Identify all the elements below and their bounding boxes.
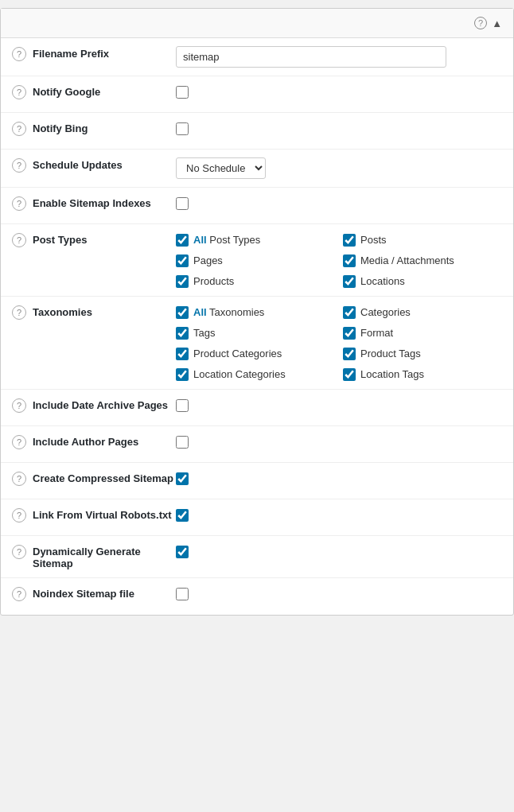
label-post-types: Post Types: [33, 232, 176, 246]
label-taxonomies-1[interactable]: Categories: [360, 306, 411, 318]
checkbox-taxonomies-3[interactable]: [343, 327, 356, 340]
row-filename-prefix: ?Filename Prefix: [1, 38, 513, 76]
checkbox-noindex-sitemap-file[interactable]: [176, 588, 189, 600]
checkbox-link-from-virtual-robots[interactable]: [176, 509, 189, 522]
label-post-types-0[interactable]: All Post Types: [193, 234, 260, 246]
question-circle-icon[interactable]: ?: [12, 508, 26, 523]
row-notify-bing: ?Notify Bing: [1, 113, 513, 150]
label-taxonomies-3[interactable]: Format: [360, 327, 393, 339]
grid-post-types: All Post TypesPostsPagesMedia / Attachme…: [176, 232, 502, 288]
checkbox-post-types-1[interactable]: [343, 234, 356, 247]
checkbox-item: Location Categories: [176, 367, 335, 381]
checkbox-taxonomies-1[interactable]: [343, 306, 356, 319]
row-help-icon: ?: [12, 471, 33, 486]
label-taxonomies-5[interactable]: Product Tags: [360, 348, 421, 359]
input-filename-prefix[interactable]: [176, 46, 446, 68]
question-circle-icon[interactable]: ?: [12, 233, 26, 247]
label-notify-google: Notify Google: [33, 84, 176, 98]
question-circle-icon[interactable]: ?: [12, 545, 26, 559]
checkbox-taxonomies-6[interactable]: [176, 368, 189, 381]
row-help-icon: ?: [12, 46, 33, 61]
label-link-from-virtual-robots: Link From Virtual Robots.txt: [33, 507, 176, 521]
question-circle-icon[interactable]: ?: [12, 158, 26, 173]
checkbox-post-types-2[interactable]: [176, 254, 189, 267]
question-circle-icon[interactable]: ?: [12, 587, 26, 601]
row-noindex-sitemap-file: ?Noindex Sitemap file: [1, 578, 513, 615]
checkbox-item: Format: [343, 325, 502, 340]
row-link-from-virtual-robots: ?Link From Virtual Robots.txt: [1, 499, 513, 536]
checkbox-dynamically-generate-sitemap[interactable]: [176, 546, 189, 558]
checkbox-item: Posts: [343, 232, 502, 247]
question-circle-icon[interactable]: ?: [12, 398, 26, 413]
label-taxonomies-7[interactable]: Location Tags: [360, 368, 424, 380]
checkbox-notify-google[interactable]: [176, 86, 189, 99]
checkbox-post-types-3[interactable]: [343, 254, 356, 267]
checkbox-item: All Post Types: [176, 232, 335, 247]
question-circle-icon[interactable]: ?: [12, 305, 26, 320]
panel-header: ? ▲: [1, 9, 513, 38]
row-taxonomies: ?TaxonomiesAll TaxonomiesCategoriesTagsF…: [1, 297, 513, 390]
checkbox-post-types-5[interactable]: [343, 275, 356, 288]
checkbox-item: Tags: [176, 325, 335, 340]
content-include-author-pages: [176, 434, 502, 451]
content-taxonomies: All TaxonomiesCategoriesTagsFormatProduc…: [176, 305, 502, 381]
checkbox-item: Categories: [343, 305, 502, 319]
row-include-date-archive-pages: ?Include Date Archive Pages: [1, 390, 513, 426]
checkbox-item: Product Categories: [176, 346, 335, 360]
label-create-compressed-sitemap: Create Compressed Sitemap: [33, 471, 176, 484]
label-post-types-4[interactable]: Products: [193, 275, 234, 287]
checkbox-taxonomies-7[interactable]: [343, 368, 356, 381]
checkbox-post-types-0[interactable]: [176, 234, 189, 247]
label-filename-prefix: Filename Prefix: [33, 46, 176, 60]
label-taxonomies-6[interactable]: Location Categories: [193, 368, 286, 380]
question-circle-icon[interactable]: ?: [12, 85, 26, 99]
checkbox-taxonomies-4[interactable]: [176, 348, 189, 360]
checkbox-enable-sitemap-indexes[interactable]: [176, 197, 189, 210]
checkbox-taxonomies-5[interactable]: [343, 348, 356, 360]
checkbox-create-compressed-sitemap[interactable]: [176, 472, 189, 485]
row-help-icon: ?: [12, 196, 33, 211]
select-schedule-updates[interactable]: No ScheduleDailyWeeklyMonthly: [176, 157, 266, 179]
label-noindex-sitemap-file: Noindex Sitemap file: [33, 586, 176, 600]
label-post-types-5[interactable]: Locations: [360, 275, 405, 287]
row-help-icon: ?: [12, 305, 33, 320]
label-post-types-3[interactable]: Media / Attachments: [360, 254, 454, 266]
label-post-types-2[interactable]: Pages: [193, 254, 223, 266]
checkbox-taxonomies-2[interactable]: [176, 327, 189, 340]
content-dynamically-generate-sitemap: [176, 544, 502, 561]
row-help-icon: ?: [12, 121, 33, 136]
checkbox-item: Product Tags: [343, 346, 502, 360]
label-notify-bing: Notify Bing: [33, 121, 176, 134]
question-circle-icon[interactable]: ?: [12, 472, 26, 486]
label-include-date-archive-pages: Include Date Archive Pages: [33, 398, 176, 411]
checkbox-notify-bing[interactable]: [176, 122, 189, 135]
label-taxonomies-0[interactable]: All Taxonomies: [193, 306, 264, 318]
content-link-from-virtual-robots: [176, 507, 502, 524]
content-notify-google: [176, 84, 502, 101]
checkbox-item: Location Tags: [343, 367, 502, 381]
row-help-icon: ?: [12, 398, 33, 413]
checkbox-taxonomies-0[interactable]: [176, 306, 189, 319]
question-circle-icon[interactable]: ?: [12, 435, 26, 449]
checkbox-item: Pages: [176, 253, 335, 267]
label-taxonomies-4[interactable]: Product Categories: [193, 348, 282, 359]
xml-sitemap-panel: ? ▲ ?Filename Prefix?Notify Google?Notif…: [0, 8, 514, 616]
label-taxonomies-2[interactable]: Tags: [193, 327, 215, 339]
row-dynamically-generate-sitemap: ?Dynamically Generate Sitemap: [1, 536, 513, 578]
question-circle-icon[interactable]: ?: [12, 47, 26, 61]
label-post-types-1[interactable]: Posts: [360, 234, 387, 246]
row-help-icon: ?: [12, 434, 33, 449]
label-include-author-pages: Include Author Pages: [33, 434, 176, 448]
help-question-icon: ?: [474, 17, 487, 29]
checkbox-item: Media / Attachments: [343, 253, 502, 267]
content-enable-sitemap-indexes: [176, 196, 502, 212]
checkbox-include-author-pages[interactable]: [176, 436, 189, 449]
question-circle-icon[interactable]: ?: [12, 196, 26, 211]
question-circle-icon[interactable]: ?: [12, 122, 26, 136]
content-create-compressed-sitemap: [176, 471, 502, 488]
row-help-icon: ?: [12, 586, 33, 601]
checkbox-include-date-archive-pages[interactable]: [176, 399, 189, 412]
label-enable-sitemap-indexes: Enable Sitemap Indexes: [33, 196, 176, 209]
checkbox-post-types-4[interactable]: [176, 275, 189, 288]
help-link[interactable]: ? ▲: [474, 17, 502, 29]
